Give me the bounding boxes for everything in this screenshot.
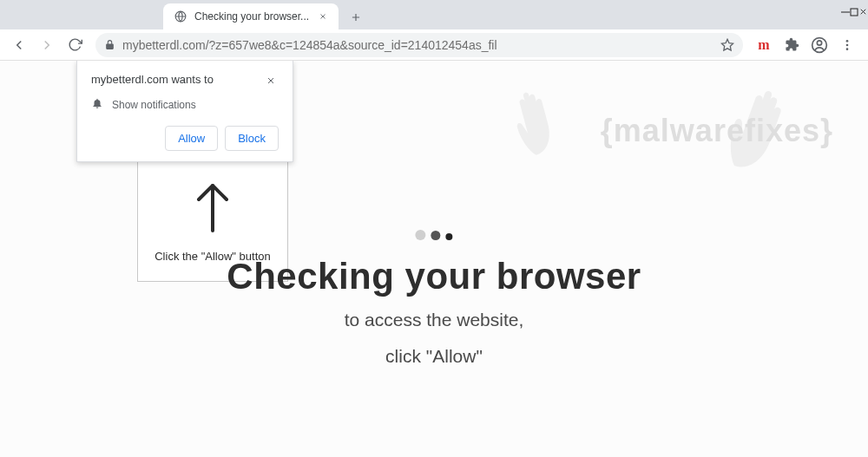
- window-minimize-button[interactable]: [841, 4, 850, 20]
- allow-button[interactable]: Allow: [165, 126, 218, 151]
- watermark-hand-icon: [702, 65, 834, 199]
- permission-type-label: Show notifications: [112, 99, 196, 111]
- page-subline-1: to access the website,: [227, 306, 641, 334]
- page-heading: Checking your browser: [227, 256, 641, 297]
- svg-point-4: [817, 40, 821, 44]
- address-bar[interactable]: mybetterdl.com/?z=657we8&c=124854a&sourc…: [95, 33, 743, 57]
- lock-icon: [104, 39, 115, 50]
- bell-icon: [91, 97, 103, 112]
- nav-reload-button[interactable]: [62, 33, 87, 57]
- main-content: Checking your browser to access the webs…: [227, 230, 641, 369]
- url-text: mybetterdl.com/?z=657we8&c=124854a&sourc…: [122, 38, 713, 52]
- window-maximize-button[interactable]: [850, 4, 858, 20]
- profile-avatar-icon[interactable]: [811, 36, 828, 54]
- watermark-text: {malwarefixes}: [601, 113, 833, 149]
- browser-toolbar: mybetterdl.com/?z=657we8&c=124854a&sourc…: [0, 29, 868, 61]
- permission-prompt-text: mybetterdl.com wants to: [91, 73, 214, 86]
- extensions-puzzle-icon[interactable]: [783, 36, 800, 54]
- nav-back-button[interactable]: [7, 33, 31, 57]
- window-close-button[interactable]: [858, 4, 868, 20]
- tab-title: Checking your browser...: [194, 10, 309, 23]
- watermark-hand-icon: [494, 69, 590, 168]
- window-titlebar: Checking your browser...: [0, 0, 868, 29]
- bookmark-star-icon[interactable]: [720, 38, 734, 52]
- block-button[interactable]: Block: [225, 126, 279, 151]
- arrow-up-icon: [192, 180, 233, 238]
- browser-tab[interactable]: Checking your browser...: [163, 3, 339, 29]
- extension-m-icon[interactable]: m: [755, 36, 773, 54]
- page-subline-2: click "Allow": [227, 343, 641, 370]
- new-tab-button[interactable]: [344, 5, 368, 29]
- nav-forward-button[interactable]: [35, 33, 59, 57]
- svg-rect-1: [851, 9, 858, 16]
- notification-permission-popup: mybetterdl.com wants to Show notificatio…: [76, 61, 293, 162]
- permission-close-icon[interactable]: [263, 73, 279, 88]
- svg-point-5: [846, 40, 849, 42]
- tab-favicon-globe-icon: [174, 10, 187, 23]
- tab-close-icon[interactable]: [316, 10, 330, 23]
- svg-point-7: [846, 48, 849, 50]
- svg-marker-2: [721, 39, 733, 50]
- page-viewport: {malwarefixes} mybetterdl.com wants to S…: [0, 61, 868, 457]
- svg-point-6: [846, 43, 849, 46]
- loading-dots-icon: [227, 230, 641, 240]
- browser-menu-icon[interactable]: [838, 36, 856, 54]
